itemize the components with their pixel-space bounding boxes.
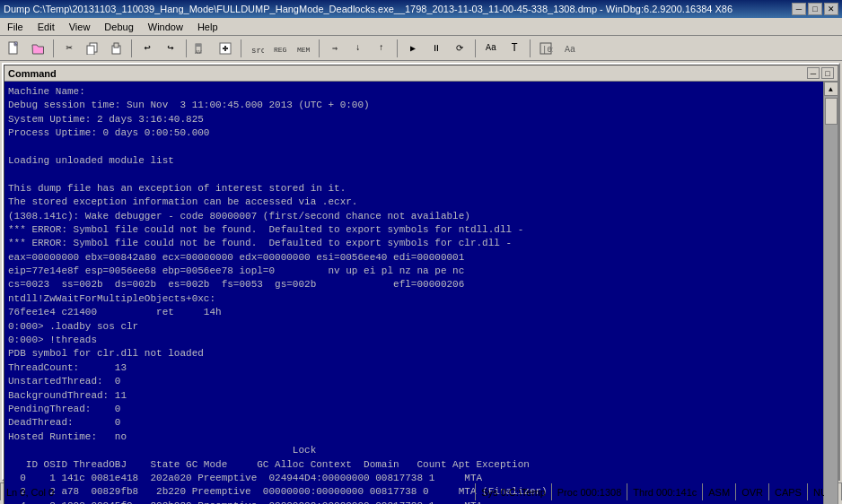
toolbar-open[interactable] bbox=[27, 39, 48, 58]
status-asm: ASM bbox=[703, 483, 736, 500]
command-window: Command ─ □ Machine Name: Debug session … bbox=[2, 63, 840, 481]
status-ovr: OVR bbox=[736, 483, 769, 500]
command-body: Machine Name: Debug session time: Sun No… bbox=[4, 82, 838, 504]
ln-col-value: Ln 0, Col 0 bbox=[6, 487, 54, 498]
toolbar-copy[interactable] bbox=[82, 39, 103, 58]
toolbar-btn-a[interactable]: AV bbox=[191, 39, 213, 58]
menu-file[interactable]: File bbox=[0, 18, 31, 35]
toolbar-registers[interactable]: REG bbox=[269, 39, 291, 58]
toolbar-sep-3 bbox=[186, 39, 187, 57]
svg-text:|01|: |01| bbox=[542, 46, 553, 55]
toolbar-extra-1[interactable]: |01| bbox=[535, 39, 557, 58]
status-caps: CAPS bbox=[769, 483, 808, 500]
toolbar-undo[interactable]: ↩ bbox=[136, 39, 158, 58]
toolbar-srcfile[interactable]: src bbox=[246, 39, 268, 58]
scroll-track[interactable] bbox=[824, 96, 838, 504]
toolbar-extra-2[interactable]: Aa bbox=[558, 39, 580, 58]
svg-rect-4 bbox=[87, 46, 94, 55]
command-maximize[interactable]: □ bbox=[821, 67, 834, 79]
scroll-up-arrow[interactable]: ▲ bbox=[824, 82, 838, 96]
toolbar-memory[interactable]: MEM bbox=[293, 39, 314, 58]
command-title: Command bbox=[8, 68, 57, 79]
toolbar-options[interactable]: T bbox=[504, 39, 525, 58]
toolbar-font-size[interactable]: Aa bbox=[480, 39, 502, 58]
maximize-button[interactable]: □ bbox=[808, 3, 822, 15]
minimize-button[interactable]: ─ bbox=[792, 3, 806, 15]
command-header: Command ─ □ bbox=[4, 65, 838, 82]
toolbar-restart[interactable]: ⟳ bbox=[449, 39, 470, 58]
toolbar-new[interactable] bbox=[4, 39, 25, 58]
menu-help[interactable]: Help bbox=[190, 18, 225, 35]
toolbar-sep-7 bbox=[475, 39, 476, 57]
status-proc: Proc 000:1308 bbox=[552, 483, 628, 500]
window-controls: ─ □ ✕ bbox=[792, 3, 838, 15]
toolbar-sep-5 bbox=[319, 39, 320, 57]
toolbar-break[interactable]: ⏸ bbox=[425, 39, 447, 58]
toolbar-sep-1 bbox=[53, 39, 54, 57]
command-header-buttons: ─ □ bbox=[807, 67, 834, 79]
toolbar-btn-b[interactable] bbox=[215, 39, 236, 58]
toolbar-step-out[interactable]: ↑ bbox=[371, 39, 392, 58]
thrd-value: Thrd 000:141c bbox=[633, 487, 697, 498]
sys-value: Sys 0:C:\Temp bbox=[481, 487, 546, 498]
toolbar-go[interactable]: ▶ bbox=[402, 39, 424, 58]
menu-edit[interactable]: Edit bbox=[31, 18, 62, 35]
svg-rect-8 bbox=[196, 44, 201, 47]
menu-window[interactable]: Window bbox=[141, 18, 190, 35]
caps-value: CAPS bbox=[775, 487, 802, 498]
title-bar: Dump C:\Temp\20131103_110039_Hang_Mode\F… bbox=[0, 0, 842, 18]
toolbar-sep-4 bbox=[241, 39, 241, 57]
status-bar: Ln 0, Col 0 Sys 0:C:\Temp Proc 000:1308 … bbox=[0, 482, 842, 500]
vertical-scrollbar[interactable]: ▲ ▼ bbox=[823, 82, 838, 504]
toolbar-step-over[interactable]: ⇒ bbox=[324, 39, 346, 58]
svg-text:REG: REG bbox=[274, 46, 287, 54]
status-thrd: Thrd 000:141c bbox=[627, 483, 703, 500]
command-output[interactable]: Machine Name: Debug session time: Sun No… bbox=[4, 82, 823, 504]
asm-value: ASM bbox=[708, 487, 730, 498]
svg-text:Aa: Aa bbox=[565, 45, 575, 55]
toolbar-cut[interactable]: ✂ bbox=[58, 39, 80, 58]
toolbar-redo[interactable]: ↪ bbox=[160, 39, 181, 58]
toolbar-sep-2 bbox=[131, 39, 132, 57]
menu-debug[interactable]: Debug bbox=[97, 18, 140, 35]
menu-view[interactable]: View bbox=[62, 18, 98, 35]
svg-text:src: src bbox=[251, 47, 264, 56]
toolbar: ✂ ↩ ↪ AV src REG MEM ⇒ ↓ ↑ ▶ ⏸ ⟳ Aa bbox=[0, 36, 842, 61]
close-button[interactable]: ✕ bbox=[824, 3, 838, 15]
svg-text:AV: AV bbox=[195, 49, 203, 55]
toolbar-step-in[interactable]: ↓ bbox=[347, 39, 369, 58]
toolbar-paste[interactable] bbox=[105, 39, 127, 58]
status-ln-col: Ln 0, Col 0 bbox=[0, 483, 476, 500]
command-window-inner: Command ─ □ Machine Name: Debug session … bbox=[4, 65, 838, 504]
svg-rect-6 bbox=[114, 43, 118, 48]
proc-value: Proc 000:1308 bbox=[557, 487, 622, 498]
window-title: Dump C:\Temp\20131103_110039_Hang_Mode\F… bbox=[4, 4, 792, 14]
menu-bar: File Edit View Debug Window Help bbox=[0, 18, 842, 36]
svg-text:MEM: MEM bbox=[297, 46, 311, 54]
status-sys: Sys 0:C:\Temp bbox=[476, 483, 552, 500]
ovr-value: OVR bbox=[741, 487, 763, 498]
toolbar-sep-8 bbox=[530, 39, 531, 57]
command-minimize[interactable]: ─ bbox=[807, 67, 820, 79]
toolbar-sep-6 bbox=[397, 39, 398, 57]
scroll-thumb[interactable] bbox=[825, 98, 838, 125]
